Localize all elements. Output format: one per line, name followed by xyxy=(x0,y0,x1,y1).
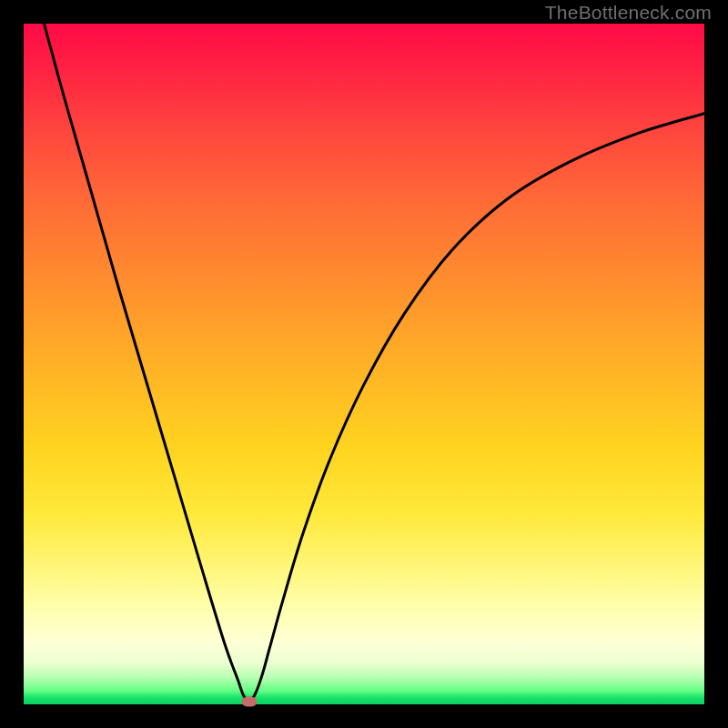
curve-path xyxy=(44,24,704,702)
bottleneck-curve xyxy=(24,24,704,704)
minimum-marker xyxy=(241,697,257,707)
plot-frame xyxy=(24,24,704,704)
figure-root: TheBottleneck.com xyxy=(0,0,728,728)
watermark-text: TheBottleneck.com xyxy=(545,2,712,24)
